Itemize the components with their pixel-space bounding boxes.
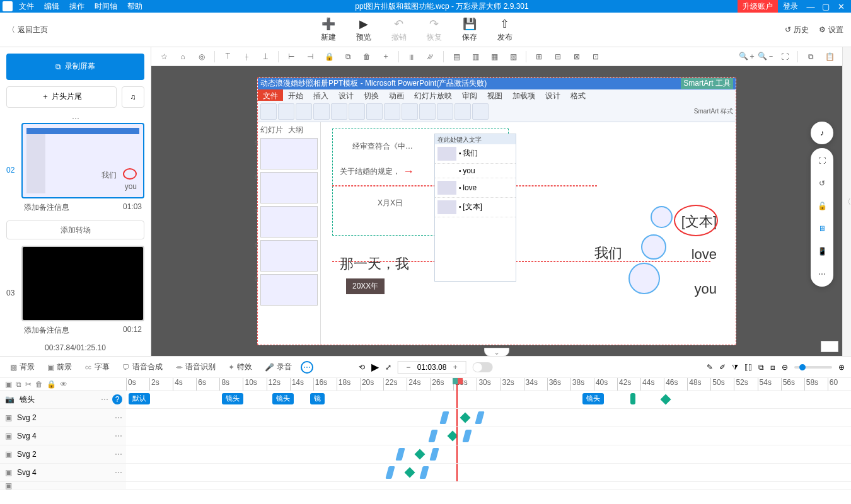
filter-icon[interactable]: ⧩	[732, 363, 738, 372]
help-icon[interactable]: ?	[112, 394, 122, 404]
ppt-tab[interactable]: 开始	[283, 89, 308, 101]
edit-icon[interactable]: ✎	[707, 363, 713, 372]
ppt-tab[interactable]: 审阅	[457, 89, 482, 101]
eyedropper-icon[interactable]: ✐	[719, 363, 726, 372]
distribute-v-icon[interactable]: ⫻	[422, 49, 439, 64]
copy-icon[interactable]: ⧉	[339, 49, 357, 64]
bg-tab[interactable]: ▩背景	[6, 359, 38, 375]
zoom-out-icon[interactable]: ⊖	[782, 363, 788, 372]
grid-icon[interactable]: ⊟	[549, 49, 567, 64]
snap-toggle[interactable]	[472, 362, 492, 372]
align-bottom-icon[interactable]: ⟘	[257, 49, 274, 64]
timecode-field[interactable]: − 01:03.08 +	[398, 361, 466, 374]
clip[interactable]	[395, 448, 405, 461]
minimap-icon[interactable]	[821, 341, 838, 352]
desktop-icon[interactable]: 🖥	[816, 222, 828, 235]
layer-icon[interactable]: ▥	[466, 49, 484, 64]
ppt-slide-thumb[interactable]: 7	[260, 206, 318, 238]
ppt-tab[interactable]: 切换	[359, 89, 384, 101]
ppt-tab[interactable]: 设计	[540, 89, 565, 101]
canvas[interactable]: 动态浪漫婚纱照相册PPT模板 - Microsoft PowerPoint(产品…	[151, 66, 842, 356]
svg-track[interactable]	[126, 464, 851, 481]
scene-note[interactable]: 添加备注信息	[24, 325, 69, 336]
bracket-icon[interactable]: ⟦⟧	[744, 363, 752, 372]
camera-track[interactable]: 默认 镜头 镜头 镜 镜头	[126, 391, 851, 408]
select-icon[interactable]: ◎	[193, 49, 211, 64]
publish-button[interactable]: ⇧发布	[497, 17, 512, 43]
asr-tab[interactable]: ⌯语音识别	[171, 359, 219, 375]
mobile-icon[interactable]: 📱	[816, 245, 828, 258]
menu-timeline[interactable]: 时间轴	[91, 0, 121, 13]
scene-thumbnail-2[interactable]: 我们 you	[21, 123, 144, 198]
close-icon[interactable]: ✕	[833, 2, 848, 11]
camera-keyframe[interactable]: 默认	[129, 393, 150, 404]
save-button[interactable]: 💾保存	[462, 17, 477, 43]
play-icon[interactable]: ▶	[371, 361, 379, 373]
crop-icon[interactable]: ⧉	[758, 363, 764, 372]
head-tail-button[interactable]: ＋片头片尾	[6, 86, 117, 108]
redo-button[interactable]: ↷恢复	[427, 17, 442, 43]
keyframe-icon[interactable]	[460, 413, 471, 423]
scene-thumbnail-3[interactable]	[21, 246, 144, 321]
menu-action[interactable]: 操作	[66, 0, 88, 13]
home-icon[interactable]: ⌂	[174, 49, 192, 64]
clip[interactable]	[428, 430, 437, 442]
paste-icon[interactable]: 📋	[821, 49, 838, 64]
cut-icon[interactable]: ✂	[25, 380, 32, 389]
ppt-tab-file[interactable]: 文件	[258, 89, 283, 101]
trash-icon[interactable]: 🗑	[358, 49, 376, 64]
align-left-icon[interactable]: ⊢	[282, 49, 300, 64]
lock-icon[interactable]: 🔒	[47, 380, 56, 389]
split-icon[interactable]: ⧈	[770, 363, 775, 372]
zoom-in-icon[interactable]: 🔍＋	[738, 49, 756, 64]
layer-icon[interactable]: ▦	[485, 49, 503, 64]
ppt-tab[interactable]: 格式	[565, 89, 591, 101]
camera-keyframe[interactable]	[630, 393, 635, 404]
ppt-tab[interactable]: 设计	[333, 89, 359, 101]
minus-icon[interactable]: −	[403, 363, 414, 372]
expand-handle[interactable]: ⌄	[484, 348, 509, 356]
menu-edit[interactable]: 编辑	[40, 0, 63, 13]
prev-frame-icon[interactable]: ⟲	[359, 363, 365, 372]
fx-tab[interactable]: ✦特效	[224, 359, 256, 375]
more-icon[interactable]: ⋯	[115, 432, 122, 440]
zoom-in-icon[interactable]: ⊕	[838, 363, 845, 372]
record-tab[interactable]: 🎤录音	[261, 359, 296, 375]
back-button[interactable]: 〈 返回主页	[8, 25, 48, 35]
ppt-slide-thumb[interactable]: 5	[260, 138, 318, 169]
clip[interactable]	[439, 411, 449, 424]
zoom-out-icon[interactable]: 🔍－	[757, 49, 775, 64]
layer-icon[interactable]: ▧	[504, 49, 522, 64]
subtitle-tab[interactable]: ㏄字幕	[81, 359, 113, 375]
more-icon[interactable]: ⋯	[816, 268, 828, 280]
clip[interactable]	[385, 466, 395, 479]
settings-button[interactable]: ⚙设置	[819, 25, 843, 35]
ppt-tab[interactable]: 动画	[384, 89, 409, 101]
fullscreen-icon[interactable]: ⛶	[816, 154, 828, 167]
svg-track[interactable]	[126, 409, 851, 427]
ppt-tab[interactable]: 幻灯片放映	[409, 89, 457, 101]
open-icon[interactable]: ⧉	[16, 380, 21, 389]
ppt-tab[interactable]: 加载项	[507, 89, 540, 101]
clip[interactable]	[462, 430, 472, 442]
unlock-icon[interactable]: 🔓	[816, 200, 828, 212]
keyframe-icon[interactable]	[405, 467, 415, 478]
ppt-slide-thumb[interactable]: 9	[260, 274, 318, 306]
new-button[interactable]: ➕新建	[321, 17, 336, 43]
maximize-icon[interactable]: ▢	[818, 2, 833, 11]
add-transition-button[interactable]: 添加转场	[6, 220, 144, 239]
camera-keyframe[interactable]: 镜头	[582, 393, 604, 404]
tts-tab[interactable]: 🗩语音合成	[119, 359, 166, 375]
distribute-h-icon[interactable]: ⫼	[403, 49, 420, 64]
grid-icon[interactable]: ⊞	[530, 49, 548, 64]
clip[interactable]	[419, 466, 429, 479]
music-button[interactable]: ♫	[122, 86, 144, 108]
keyframe-icon[interactable]	[415, 449, 426, 460]
history-button[interactable]: ↺历史	[785, 25, 809, 35]
more-icon[interactable]: ⋯	[115, 450, 122, 459]
align-vcenter-icon[interactable]: ⟊	[238, 49, 255, 64]
trash-icon[interactable]: 🗑	[35, 380, 43, 389]
clip[interactable]	[475, 411, 484, 424]
ppt-tab[interactable]: 视图	[482, 89, 507, 101]
zoom-slider[interactable]	[794, 366, 832, 369]
